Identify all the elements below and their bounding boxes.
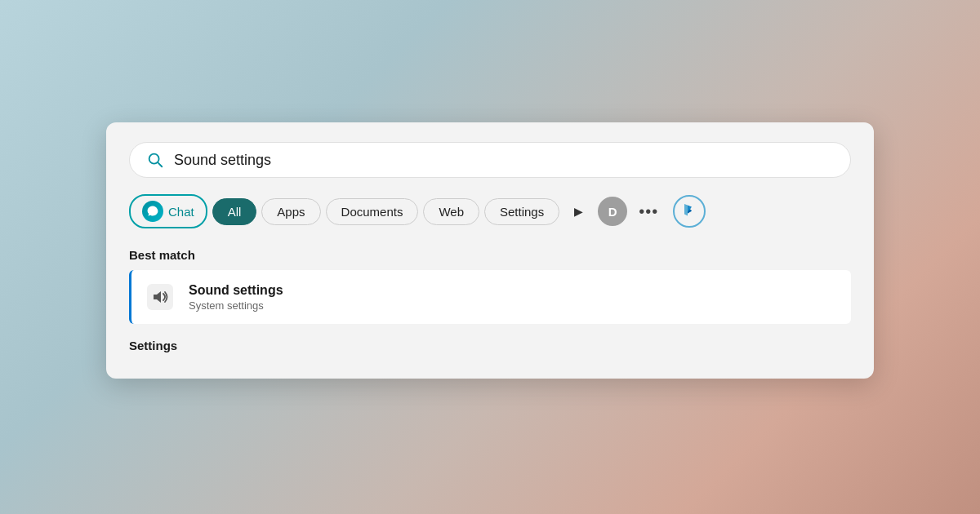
avatar-label: D [608, 205, 617, 219]
result-text-block: Sound settings System settings [189, 283, 283, 312]
filter-all-button[interactable]: All [212, 198, 257, 225]
search-query-text: Sound settings [174, 152, 834, 169]
result-subtitle: System settings [189, 299, 283, 312]
search-panel: Sound settings Chat All Apps Documents W… [106, 122, 874, 379]
filter-web-label: Web [439, 205, 464, 219]
filter-apps-button[interactable]: Apps [261, 198, 320, 225]
best-match-result[interactable]: Sound settings System settings [129, 270, 851, 324]
chat-filter-icon [142, 201, 163, 222]
best-match-title: Best match [129, 248, 851, 262]
result-title: Sound settings [189, 283, 283, 298]
filter-documents-button[interactable]: Documents [326, 198, 419, 225]
svg-line-1 [158, 162, 162, 166]
bing-icon [679, 202, 699, 221]
bing-button[interactable] [673, 195, 706, 228]
filter-apps-label: Apps [277, 205, 305, 219]
best-match-section: Best match Sound settings System setting… [129, 248, 851, 324]
more-filters-button[interactable]: ▶ [564, 199, 593, 224]
filter-settings-label: Settings [500, 205, 544, 219]
sound-settings-icon [145, 281, 176, 312]
filter-bar: Chat All Apps Documents Web Settings ▶ D… [129, 194, 851, 228]
filter-all-label: All [228, 205, 242, 219]
filter-web-button[interactable]: Web [423, 198, 479, 225]
search-icon [146, 151, 164, 169]
search-bar[interactable]: Sound settings [129, 142, 851, 178]
filter-chat-button[interactable]: Chat [129, 194, 207, 228]
more-options-button[interactable]: ••• [632, 199, 665, 224]
filter-settings-button[interactable]: Settings [484, 198, 559, 225]
user-avatar-button[interactable]: D [598, 197, 627, 226]
settings-section-title: Settings [129, 339, 851, 352]
filter-chat-label: Chat [168, 205, 194, 219]
filter-documents-label: Documents [341, 205, 403, 219]
